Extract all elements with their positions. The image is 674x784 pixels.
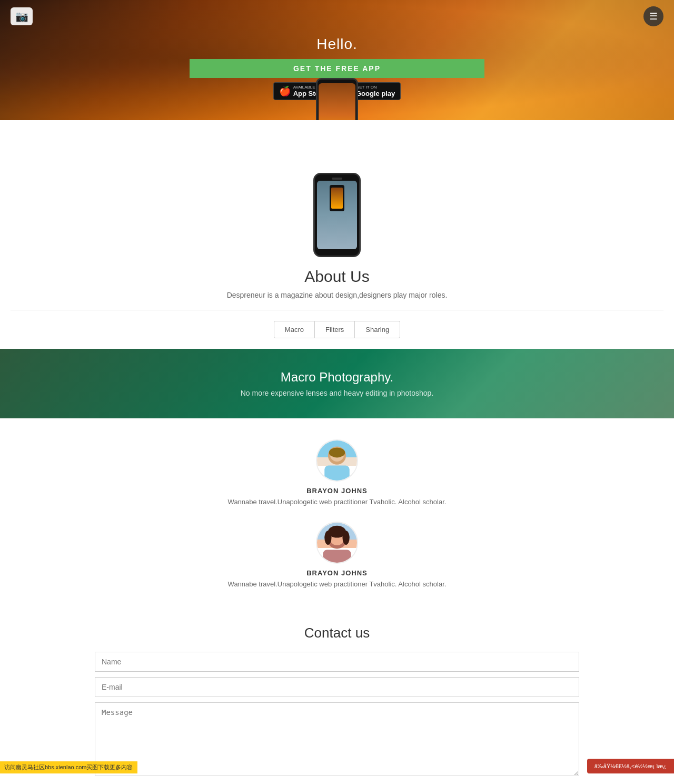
cta-button[interactable]: GET THE FREE APP: [190, 59, 484, 78]
avatar-female-image: [317, 523, 357, 564]
phone-screen: [319, 83, 355, 120]
about-section: About Us Despreneur is a magazine about …: [0, 120, 674, 349]
svg-point-8: [324, 531, 331, 545]
svg-rect-5: [323, 550, 351, 564]
member-1-name: BRAYON JOHNS: [306, 487, 368, 495]
phone-body: [316, 78, 358, 120]
menu-icon[interactable]: ☰: [643, 6, 663, 26]
name-input[interactable]: [95, 652, 579, 672]
section-divider: [11, 310, 663, 310]
member-2-name: BRAYON JOHNS: [306, 569, 368, 577]
member-1-bio: Wannabe travel.Unapologetic web practiti…: [228, 498, 447, 506]
hero-phone-mockup: [316, 78, 358, 120]
avatar-2: [316, 522, 358, 564]
message-input[interactable]: [95, 702, 579, 776]
apple-icon: 🍎: [279, 85, 291, 97]
inner-screen: [331, 188, 343, 209]
avatar-1: [316, 439, 358, 482]
macro-section: Macro Photography. No more expensive len…: [0, 349, 674, 418]
camera-icon[interactable]: 📷: [11, 7, 33, 25]
phone-large-screen: [317, 181, 357, 249]
about-title: About Us: [304, 268, 369, 286]
feature-tabs: Macro Filters Sharing: [274, 321, 400, 338]
watermark: 访问幽灵马社区bbs.xienlao.com买图下载更多内容: [0, 761, 137, 773]
svg-point-3: [329, 447, 345, 457]
contact-section: Contact us SEND: [0, 614, 674, 784]
member-2-bio: Wannabe travel.Unapologetic web practiti…: [228, 580, 447, 588]
macro-title: Macro Photography.: [281, 370, 393, 385]
email-input[interactable]: [95, 677, 579, 697]
about-description: Despreneur is a magazine about design,de…: [227, 291, 448, 299]
svg-rect-1: [324, 466, 350, 482]
about-phone-mockup: [313, 173, 361, 257]
tab-filters[interactable]: Filters: [315, 321, 355, 338]
team-section: BRAYON JOHNS Wannabe travel.Unapologetic…: [0, 418, 674, 614]
hero-section: 📷 ☰ Hello. GET THE FREE APP 🍎 AVAILABLE …: [0, 0, 674, 120]
google-play-small: GET IT ON: [356, 85, 395, 90]
team-member-1: BRAYON JOHNS Wannabe travel.Unapologetic…: [228, 439, 447, 506]
contact-form: SEND: [95, 652, 579, 784]
nav-bar: 📷 ☰: [0, 0, 674, 33]
tab-macro[interactable]: Macro: [274, 321, 315, 338]
contact-title: Contact us: [304, 625, 370, 641]
macro-description: No more expensive lenses and heavy editi…: [241, 389, 434, 397]
promo-badge[interactable]: ã‰åŸ¼€€½ã,<é½½æ¡ ïæ¿: [587, 759, 674, 773]
inner-phone: [330, 185, 344, 211]
avatar-male-image: [317, 440, 357, 482]
svg-point-9: [342, 531, 349, 545]
team-member-2: BRAYON JOHNS Wannabe travel.Unapologetic…: [228, 522, 447, 588]
google-play-name: Google play: [356, 90, 395, 97]
hero-title: Hello.: [316, 36, 358, 53]
phone-notch: [332, 178, 342, 180]
tab-sharing[interactable]: Sharing: [355, 321, 400, 338]
